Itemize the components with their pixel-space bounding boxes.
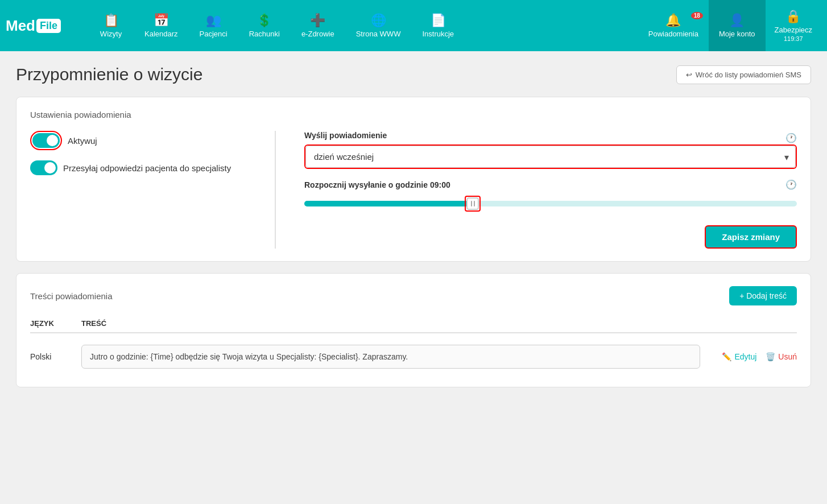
settings-card: Ustawienia powiadomienia Aktywuj Przesył…: [16, 97, 811, 262]
save-button[interactable]: Zapisz zmiany: [705, 225, 797, 249]
wyslij-clock-icon: 🕐: [785, 133, 797, 143]
nav-label-wizyty: Wizyty: [100, 30, 122, 38]
toggle-aktywuj-label: Aktywuj: [68, 136, 97, 146]
ezdrowie-icon: ➕: [310, 13, 325, 28]
slider-wrapper: [304, 196, 797, 212]
trash-icon: 🗑️: [766, 352, 775, 361]
slider-thumb-lines: [471, 201, 475, 206]
add-content-button[interactable]: + Dodaj treść: [729, 286, 797, 305]
page-header: Przypomnienie o wizycie ↩ Wróć do listy …: [16, 65, 811, 84]
nav-item-rachunki[interactable]: 💲 Rachunki: [241, 10, 288, 42]
logo-file: File: [36, 19, 61, 33]
logo-med: Med: [6, 17, 35, 35]
nav-right: 🔔 18 Powiadomienia 👤 Moje konto 🔒 Zabezp…: [638, 0, 821, 51]
account-icon: 👤: [729, 13, 745, 28]
slider-clock-icon: 🕐: [785, 179, 797, 190]
content-text: Jutro o godzinie: {Time} odbędzie się Tw…: [81, 345, 700, 369]
edit-button[interactable]: ✏️ Edytuj: [722, 352, 756, 361]
delete-label: Usuń: [778, 352, 797, 361]
row-lang: Polski: [30, 352, 70, 361]
nav-security[interactable]: 🔒 Zabezpiecz 119:37: [766, 0, 821, 51]
nav-item-kalendarz[interactable]: 📅 Kalendarz: [137, 10, 186, 42]
row-actions: ✏️ Edytuj 🗑️ Usuń: [712, 352, 797, 361]
security-label: Zabezpiecz: [775, 26, 812, 34]
wyslij-select-wrapper: dzień wcześniej dwa dni wcześniej tydzie…: [305, 146, 796, 168]
settings-right: Wyślij powiadomienie 🕐 dzień wcześniej d…: [304, 131, 797, 249]
pencil-icon: ✏️: [722, 352, 731, 361]
row-content: Jutro o godzinie: {Time} odbędzie się Tw…: [81, 345, 700, 369]
toggle-aktywuj-row: Aktywuj: [30, 131, 246, 150]
rachunki-icon: 💲: [257, 13, 272, 28]
table-row: Polski Jutro o godzinie: {Time} odbędzie…: [30, 339, 797, 374]
nav-items: 📋 Wizyty 📅 Kalendarz 👥 Pacjenci 💲 Rachun…: [91, 10, 638, 42]
settings-grid: Aktywuj Przesyłaj odpowiedzi pacjenta do…: [30, 131, 797, 249]
bell-icon: 🔔: [665, 13, 681, 28]
page-title: Przypomnienie o wizycie: [16, 65, 202, 84]
account-label: Moje konto: [719, 30, 755, 38]
settings-separator: [275, 131, 276, 249]
settings-left: Aktywuj Przesyłaj odpowiedzi pacjenta do…: [30, 131, 246, 175]
slider-line-2: [474, 201, 475, 206]
toggle-przesylaj-label: Przesyłaj odpowiedzi pacjenta do specjal…: [63, 163, 231, 173]
nav-item-strona-www[interactable]: 🌐 Strona WWW: [348, 10, 409, 42]
kalendarz-icon: 📅: [154, 13, 169, 28]
slider-thumb-outline: [465, 196, 481, 212]
nav-label-pacjenci: Pacjenci: [200, 30, 228, 38]
nav-label-kalendarz: Kalendarz: [144, 30, 178, 38]
nav-item-pacjenci[interactable]: 👥 Pacjenci: [192, 10, 235, 42]
app-logo[interactable]: Med File: [6, 17, 80, 35]
slider-label-row: Rozpocznij wysyłanie o godzinie 09:00 🕐: [304, 179, 797, 190]
wyslij-select-outline: dzień wcześniej dwa dni wcześniej tydzie…: [304, 144, 797, 169]
slider-fill: [304, 201, 472, 206]
instrukcje-icon: 📄: [431, 13, 446, 28]
wyslij-label-row: Wyślij powiadomienie 🕐: [304, 131, 797, 144]
pacjenci-icon: 👥: [206, 13, 221, 28]
col-lang-header: JĘZYK: [30, 319, 70, 328]
slider-thumb[interactable]: [466, 197, 479, 210]
toggle-przesylaj-row: Przesyłaj odpowiedzi pacjenta do specjal…: [30, 160, 246, 175]
wyslij-select[interactable]: dzień wcześniej dwa dni wcześniej tydzie…: [305, 146, 796, 168]
col-content-header: TREŚĆ: [81, 319, 797, 328]
notification-badge: 18: [691, 12, 703, 19]
save-row: Zapisz zmiany: [304, 225, 797, 249]
content-card: Treści powiadomienia + Dodaj treść JĘZYK…: [16, 273, 811, 387]
wyslij-label: Wyślij powiadomienie: [304, 131, 387, 140]
security-time: 119:37: [784, 35, 803, 42]
nav-item-ezdrowie[interactable]: ➕ e-Zdrowie: [293, 10, 342, 42]
arrow-left-icon: ↩: [686, 71, 692, 79]
navbar: Med File 📋 Wizyty 📅 Kalendarz 👥 Pacjenci…: [0, 0, 827, 51]
nav-item-wizyty[interactable]: 📋 Wizyty: [91, 10, 131, 42]
slider-label: Rozpocznij wysyłanie o godzinie 09:00: [304, 180, 450, 189]
slider-track: [304, 201, 797, 206]
nav-label-instrukcje: Instrukcje: [422, 30, 454, 38]
wizyty-icon: 📋: [104, 13, 119, 28]
strona-www-icon: 🌐: [371, 13, 386, 28]
delete-button[interactable]: 🗑️ Usuń: [766, 352, 797, 361]
nav-label-strona-www: Strona WWW: [356, 30, 401, 38]
slider-line-1: [471, 201, 472, 206]
main-content: Przypomnienie o wizycie ↩ Wróć do listy …: [0, 51, 827, 504]
nav-label-rachunki: Rachunki: [249, 30, 280, 38]
nav-account[interactable]: 👤 Moje konto: [709, 0, 766, 51]
toggle-aktywuj-outline: [30, 131, 62, 150]
slider-section: Rozpocznij wysyłanie o godzinie 09:00 🕐: [304, 179, 797, 212]
content-card-header: Treści powiadomienia + Dodaj treść: [30, 286, 797, 305]
toggle-przesylaj[interactable]: [30, 160, 57, 175]
table-header: JĘZYK TREŚĆ: [30, 315, 797, 333]
back-button-label: Wróć do listy powiadomień SMS: [696, 71, 801, 79]
notifications-label: Powiadomienia: [648, 30, 698, 38]
settings-card-title: Ustawienia powiadomienia: [30, 110, 797, 119]
back-to-sms-button[interactable]: ↩ Wróć do listy powiadomień SMS: [676, 65, 811, 84]
nav-notifications[interactable]: 🔔 18 Powiadomienia: [638, 10, 709, 42]
nav-item-instrukcje[interactable]: 📄 Instrukcje: [414, 10, 462, 42]
content-card-title: Treści powiadomienia: [30, 291, 113, 301]
toggle-aktywuj[interactable]: [32, 133, 60, 148]
nav-label-ezdrowie: e-Zdrowie: [301, 30, 334, 38]
lock-icon: 🔒: [785, 9, 801, 24]
edit-label: Edytuj: [734, 352, 756, 361]
